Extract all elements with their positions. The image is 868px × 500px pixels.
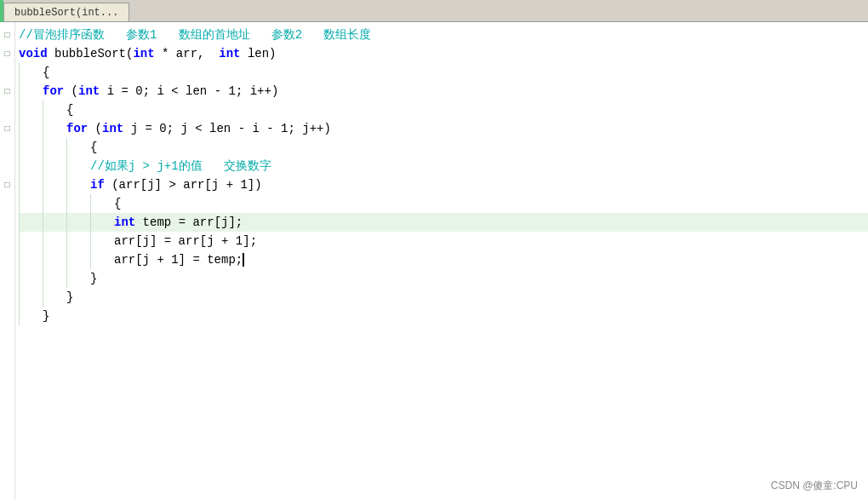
- code-line-6: for (int j = 0; j < len - i - 1; j++): [19, 119, 868, 138]
- gutter-marker-7: [0, 138, 14, 157]
- indent-guide-8-2: [66, 157, 90, 175]
- indent-guide-9-0: [19, 175, 43, 194]
- code-line-7: {: [19, 138, 868, 157]
- gutter-marker-13: [0, 250, 14, 269]
- indent-guide-5-1: [43, 101, 66, 119]
- indent-guide-8-1: [43, 157, 66, 175]
- indent-guide-14-2: [66, 269, 90, 288]
- indent-guide-11-2: [66, 213, 90, 232]
- tab-label: bubbleSort(int...: [14, 7, 118, 19]
- gutter-marker-14: [0, 269, 14, 288]
- code-line-10: {: [19, 194, 868, 213]
- comment-text: //如果j > j+1的值 交换数字: [90, 157, 271, 175]
- code-line-15: }: [19, 288, 868, 307]
- gutter-marker-1[interactable]: □: [0, 26, 14, 44]
- indent-guide-5-0: [19, 101, 43, 119]
- code-line-13: arr[j + 1] = temp;: [19, 250, 868, 269]
- indent-guide-15-0: [19, 288, 43, 307]
- code-line-8: //如果j > j+1的值 交换数字: [19, 157, 868, 175]
- gutter-marker-11: [0, 213, 14, 232]
- indent-guide-3-0: [19, 63, 43, 82]
- gutter-marker-12: [0, 232, 14, 250]
- editor-container: bubbleSort(int... □□□□□ //冒泡排序函数 参数1 数组的…: [0, 0, 868, 500]
- gutter-marker-16: [0, 307, 14, 325]
- indent-guide-15-1: [43, 288, 66, 307]
- indent-guide-4-0: [19, 82, 43, 101]
- indent-guide-10-0: [19, 194, 43, 213]
- code-line-3: {: [19, 63, 868, 82]
- indent-guide-13-1: [43, 250, 66, 269]
- indent-guide-11-0: [19, 213, 43, 232]
- gutter-marker-10: [0, 194, 14, 213]
- indent-guide-12-3: [90, 232, 114, 250]
- indent-guide-9-2: [66, 175, 90, 194]
- indent-guide-6-1: [43, 119, 66, 138]
- gutter-marker-9[interactable]: □: [0, 175, 14, 194]
- indent-guide-8-0: [19, 157, 43, 175]
- gutter: □□□□□: [0, 22, 15, 500]
- indent-guide-7-2: [66, 138, 90, 157]
- code-line-14: }: [19, 269, 868, 288]
- code-line-2: void bubbleSort(int * arr, int len): [19, 44, 868, 63]
- indent-guide-14-1: [43, 269, 66, 288]
- indent-guide-9-1: [43, 175, 66, 194]
- editor-tab[interactable]: bubbleSort(int...: [3, 3, 129, 21]
- code-line-5: {: [19, 101, 868, 119]
- gutter-marker-6[interactable]: □: [0, 119, 14, 138]
- code-line-11: int temp = arr[j];: [19, 213, 868, 232]
- code-line-1: //冒泡排序函数 参数1 数组的首地址 参数2 数组长度: [19, 26, 868, 44]
- indent-guide-6-0: [19, 119, 43, 138]
- indent-guide-10-1: [43, 194, 66, 213]
- text-cursor: [243, 253, 244, 267]
- gutter-marker-15: [0, 288, 14, 307]
- indent-guide-11-1: [43, 213, 66, 232]
- tab-bar: bubbleSort(int...: [0, 0, 868, 22]
- gutter-marker-5: [0, 101, 14, 119]
- indent-guide-16-0: [19, 307, 43, 325]
- code-line-12: arr[j] = arr[j + 1];: [19, 232, 868, 250]
- code-line-9: if (arr[j] > arr[j + 1]): [19, 175, 868, 194]
- indent-guide-7-1: [43, 138, 66, 157]
- gutter-marker-8: [0, 157, 14, 175]
- gutter-marker-3: [0, 63, 14, 82]
- indent-guide-7-0: [19, 138, 43, 157]
- indent-guide-13-3: [90, 250, 114, 269]
- indent-guide-12-1: [43, 232, 66, 250]
- comment-text: //冒泡排序函数 参数1 数组的首地址 参数2 数组长度: [19, 26, 371, 44]
- gutter-marker-4[interactable]: □: [0, 82, 14, 101]
- indent-guide-14-0: [19, 269, 43, 288]
- code-content[interactable]: //冒泡排序函数 参数1 数组的首地址 参数2 数组长度void bubbleS…: [15, 22, 868, 500]
- indent-guide-10-2: [66, 194, 90, 213]
- indent-guide-12-0: [19, 232, 43, 250]
- indent-guide-13-0: [19, 250, 43, 269]
- gutter-marker-2[interactable]: □: [0, 44, 14, 63]
- watermark: CSDN @傻童:CPU: [771, 479, 858, 493]
- indent-guide-12-2: [66, 232, 90, 250]
- code-line-16: }: [19, 307, 868, 325]
- indent-guide-13-2: [66, 250, 90, 269]
- code-line-4: for (int i = 0; i < len - 1; i++): [19, 82, 868, 101]
- code-area: □□□□□ //冒泡排序函数 参数1 数组的首地址 参数2 数组长度void b…: [0, 22, 868, 500]
- indent-guide-10-3: [90, 194, 114, 213]
- indent-guide-11-3: [90, 213, 114, 232]
